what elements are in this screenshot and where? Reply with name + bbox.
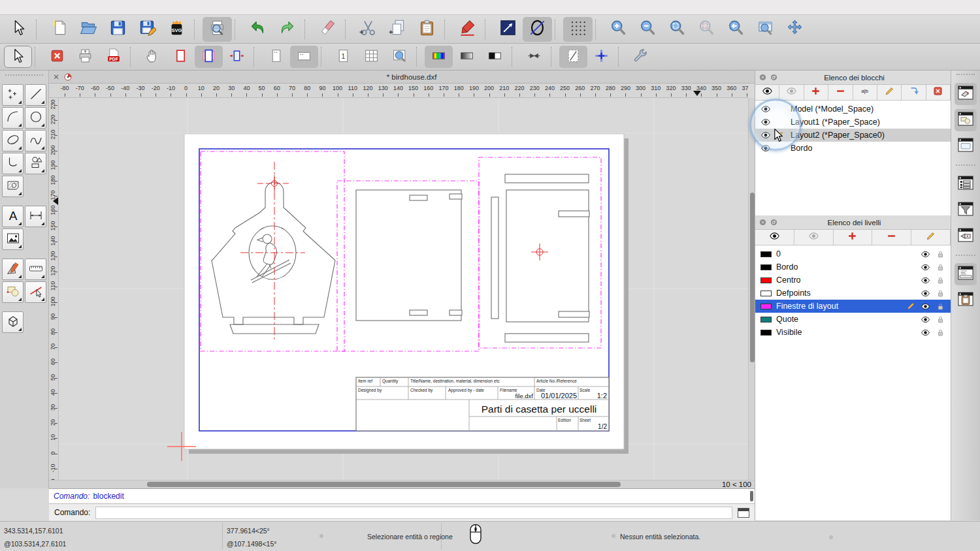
layer-lock-icon[interactable] <box>936 328 945 338</box>
dock-selection-button[interactable] <box>955 109 977 131</box>
vertical-scrollbar-thumb[interactable] <box>750 193 755 362</box>
layer-list-item[interactable]: 0 <box>755 247 951 260</box>
pan-hand-button[interactable] <box>139 46 167 68</box>
open-folder-button[interactable] <box>74 17 103 42</box>
pdf-export-button[interactable]: PDF <box>99 46 127 68</box>
print-button[interactable] <box>71 46 99 68</box>
rename-button[interactable]: a|b <box>853 85 877 100</box>
zoom-auto-button[interactable] <box>662 17 692 42</box>
viewport-edit-button[interactable] <box>195 46 223 68</box>
layer-visibility-eye-icon[interactable] <box>921 328 930 338</box>
panel-close-icon[interactable] <box>759 218 767 227</box>
dock-blocks-button[interactable] <box>955 83 977 105</box>
layer-lock-icon[interactable] <box>936 315 945 324</box>
minus-button[interactable] <box>828 85 853 100</box>
cursor-arrow-button[interactable] <box>4 46 32 68</box>
copy-button[interactable] <box>383 17 412 42</box>
draw-arc-button[interactable] <box>2 107 24 129</box>
dock-reference-button[interactable] <box>955 225 977 247</box>
modify-trim-button[interactable] <box>25 281 46 303</box>
close-tab-icon[interactable]: ✕ <box>53 72 63 82</box>
draft-mode-button[interactable] <box>559 46 587 68</box>
zoom-window-button[interactable] <box>751 17 780 42</box>
layer-list-item[interactable]: Bordo <box>755 260 951 274</box>
eye-open-button[interactable] <box>755 230 794 245</box>
visibility-eye-icon[interactable] <box>760 117 771 127</box>
zoom-selection-button[interactable] <box>692 17 721 42</box>
draw-shape-button[interactable] <box>25 153 46 174</box>
viewport-scale-button[interactable] <box>223 46 251 68</box>
panel-close-icon[interactable] <box>759 73 767 82</box>
cut-button[interactable] <box>353 17 383 42</box>
layer-list-item[interactable]: Defpoints <box>755 287 951 300</box>
save-button[interactable] <box>103 17 133 42</box>
command-history-scrollbar[interactable] <box>750 491 753 501</box>
eye-grey-button[interactable] <box>794 230 834 245</box>
layer-lock-icon[interactable] <box>936 302 945 311</box>
layer-lock-icon[interactable] <box>936 276 945 285</box>
draw-spline-button[interactable] <box>25 130 46 151</box>
layer-list-item[interactable]: Quote <box>755 313 951 326</box>
pencil-button[interactable] <box>877 85 902 100</box>
draw-line-button[interactable] <box>25 84 46 106</box>
print-preview-button[interactable] <box>203 17 232 42</box>
zoom-in-button[interactable] <box>604 17 633 42</box>
paste-button[interactable] <box>412 17 442 42</box>
block-insert-button[interactable] <box>902 85 926 100</box>
dock-list-button[interactable] <box>955 173 977 195</box>
lineweight-toggle-button[interactable] <box>520 46 548 68</box>
dock-command-button[interactable] <box>955 263 977 285</box>
visibility-eye-icon[interactable] <box>760 104 771 114</box>
vertical-scrollbar[interactable] <box>748 98 755 480</box>
block-remove-x-button[interactable] <box>926 85 951 100</box>
draw-hatch-button[interactable] <box>2 176 24 197</box>
block-list-item[interactable]: Layout2 (*Paper_Space0) <box>755 129 951 142</box>
pan-button[interactable] <box>780 17 809 42</box>
dock-viewport-button[interactable] <box>955 135 977 157</box>
block-list-item[interactable]: Model (*Model_Space) <box>755 102 951 116</box>
visibility-eye-icon[interactable] <box>760 143 771 153</box>
greyscale-mode-button[interactable] <box>453 46 481 68</box>
dock-filter-button[interactable] <box>955 199 977 221</box>
modify-tools-button[interactable] <box>2 281 24 303</box>
layer-visibility-eye-icon[interactable] <box>921 315 930 324</box>
measure-tools-button[interactable] <box>25 259 46 280</box>
save-as-button[interactable] <box>133 17 162 42</box>
layer-visibility-eye-icon[interactable] <box>921 302 930 311</box>
drawing-canvas[interactable]: Item ref Quantity Title/Name, destinatio… <box>59 98 748 480</box>
bw-mode-button[interactable] <box>481 46 509 68</box>
draw-ellipse-button[interactable] <box>2 130 24 151</box>
layer-visibility-eye-icon[interactable] <box>921 289 930 298</box>
layer-lock-icon[interactable] <box>936 289 945 298</box>
close-doc-button[interactable] <box>43 46 71 68</box>
draw-pencil-red-button[interactable] <box>453 17 482 42</box>
solid-tools-button[interactable] <box>2 311 24 333</box>
plus-button[interactable] <box>834 230 873 245</box>
draw-image-button[interactable] <box>2 228 24 250</box>
draw-text-button[interactable]: A <box>2 206 24 227</box>
page-portrait-button[interactable] <box>262 46 290 68</box>
plus-button[interactable] <box>804 85 828 100</box>
layer-visibility-eye-icon[interactable] <box>921 249 930 259</box>
draw-polyline-button[interactable] <box>2 153 24 174</box>
crosshair-button[interactable] <box>587 46 615 68</box>
misc-tools-button[interactable] <box>2 259 24 280</box>
page-single-button[interactable]: 1 <box>329 46 357 68</box>
layer-lock-icon[interactable] <box>936 262 945 272</box>
color-mode-button[interactable] <box>425 46 453 68</box>
visibility-eye-icon[interactable] <box>760 130 771 140</box>
app-preferences-button[interactable] <box>627 46 655 68</box>
layer-list-item[interactable]: Visibile <box>755 326 951 339</box>
layer-lock-icon[interactable] <box>936 249 945 259</box>
page-multi-button[interactable] <box>357 46 385 68</box>
page-landscape-button[interactable] <box>290 46 318 68</box>
horizontal-scrollbar-thumb[interactable] <box>147 482 621 487</box>
page-zoom-button[interactable] <box>385 46 414 68</box>
grid-toggle-button[interactable] <box>563 17 593 42</box>
eye-grey-button[interactable] <box>779 85 804 100</box>
zoom-out-button[interactable] <box>633 17 662 42</box>
svg-export-button[interactable]: SVG <box>162 17 191 42</box>
dock-clipboard-button[interactable] <box>955 289 977 311</box>
eraser-button[interactable] <box>313 17 342 42</box>
pencil-button[interactable] <box>911 230 951 245</box>
